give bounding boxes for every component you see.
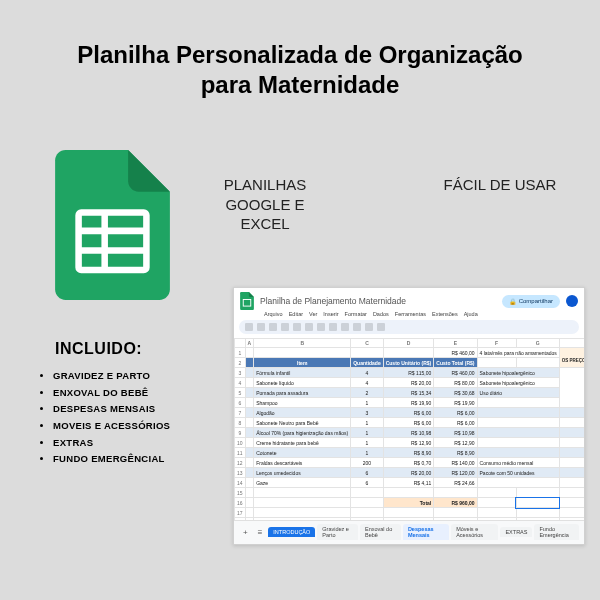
tab-gravidez[interactable]: Gravidez e Parto (317, 524, 358, 540)
table-row: 14Gaze6R$ 4,11R$ 24,66 (235, 478, 585, 488)
included-heading: INCLUIDO: (55, 340, 230, 358)
menubar: Arquivo Editar Ver Inserir Formatar Dado… (234, 311, 584, 320)
share-label: Compartilhar (519, 298, 553, 304)
add-tab-button[interactable]: + (239, 528, 252, 537)
tab-extras[interactable]: EXTRAS (500, 527, 532, 537)
menu-item[interactable]: Ajuda (464, 311, 478, 317)
table-row: 6Shampoo1R$ 19,90R$ 19,90 (235, 398, 585, 408)
table-row: 9Álcool 70% (para higienização das mãos)… (235, 428, 585, 438)
all-tabs-button[interactable]: ≡ (254, 528, 267, 537)
menu-item[interactable]: Formatar (345, 311, 367, 317)
menu-item[interactable]: Inserir (323, 311, 338, 317)
table-row: 4Sabonete líquido4R$ 20,00R$ 80,00Sabone… (235, 378, 585, 388)
spreadsheet-window: Planilha de Planejamento Maternidade 🔒 C… (233, 287, 585, 545)
lock-icon: 🔒 (509, 298, 516, 305)
features-row: PLANILHAS GOOGLE E EXCEL FÁCIL DE USAR (205, 175, 560, 234)
menu-item[interactable]: Ferramentas (395, 311, 426, 317)
tab-moveis[interactable]: Móveis e Acessórios (451, 524, 498, 540)
menu-item[interactable]: Dados (373, 311, 389, 317)
spreadsheet-grid[interactable]: A B C D E F G H I 1 R$ 460,00 4 lata/mês… (234, 338, 584, 520)
menu-item[interactable]: Extensões (432, 311, 458, 317)
menu-item[interactable]: Arquivo (264, 311, 283, 317)
tab-fundo[interactable]: Fundo Emergência (534, 524, 579, 540)
doc-title: Planilha de Planejamento Maternidade (260, 296, 406, 306)
google-sheets-icon (240, 292, 254, 310)
tab-enxoval[interactable]: Enxoval do Bebê (360, 524, 401, 540)
toolbar (239, 320, 579, 334)
table-row: 3Fórmula infantil4R$ 115,00R$ 460,00Sabo… (235, 368, 585, 378)
menu-item[interactable]: Editar (289, 311, 303, 317)
page-title: Planilha Personalizada de Organização pa… (60, 40, 540, 100)
sheet-titlebar: Planilha de Planejamento Maternidade 🔒 C… (234, 288, 584, 311)
tab-introducao[interactable]: INTRODUÇÃO (268, 527, 315, 537)
list-item: EXTRAS (53, 435, 230, 452)
feature-facil: FÁCIL DE USAR (440, 175, 560, 234)
table-row: 10Creme hidratante para bebê1R$ 12,90R$ … (235, 438, 585, 448)
table-row: 8Sabonete Neutro para Bebê1R$ 6,00R$ 6,0… (235, 418, 585, 428)
list-item: GRAVIDEZ E PARTO (53, 368, 230, 385)
menu-item[interactable]: Ver (309, 311, 317, 317)
list-item: FUNDO EMERGÊNCIAL (53, 451, 230, 468)
list-item: ENXOVAL DO BEBÊ (53, 385, 230, 402)
table-row: 13Lenços umedecidos6R$ 20,00R$ 120,00Pac… (235, 468, 585, 478)
sheet-tabs: + ≡ INTRODUÇÃO Gravidez e Parto Enxoval … (234, 520, 584, 544)
included-list: GRAVIDEZ E PARTO ENXOVAL DO BEBÊ DESPESA… (35, 368, 230, 468)
note-line2: OS PREÇOS INDICADOS SÃO APENAS UM EXEMPL… (562, 358, 584, 363)
table-row: 7Algodão3R$ 6,00R$ 6,00 (235, 408, 585, 418)
feature-planilhas: PLANILHAS GOOGLE E EXCEL (205, 175, 325, 234)
tab-despesas[interactable]: Despesas Mensais (403, 524, 449, 540)
list-item: DESPESAS MENSAIS (53, 401, 230, 418)
avatar[interactable] (566, 295, 578, 307)
table-row: 5Pomada para assadura2R$ 15,34R$ 30,68Us… (235, 388, 585, 398)
list-item: MOVEIS E ACESSÓRIOS (53, 418, 230, 435)
table-row: 11Cotonete1R$ 8,90R$ 8,90 (235, 448, 585, 458)
included-section: INCLUIDO: GRAVIDEZ E PARTO ENXOVAL DO BE… (35, 340, 230, 468)
share-button[interactable]: 🔒 Compartilhar (502, 295, 560, 308)
google-sheets-icon (55, 150, 170, 300)
table-row: 12Fraldas descartáveis200R$ 0,70R$ 140,0… (235, 458, 585, 468)
